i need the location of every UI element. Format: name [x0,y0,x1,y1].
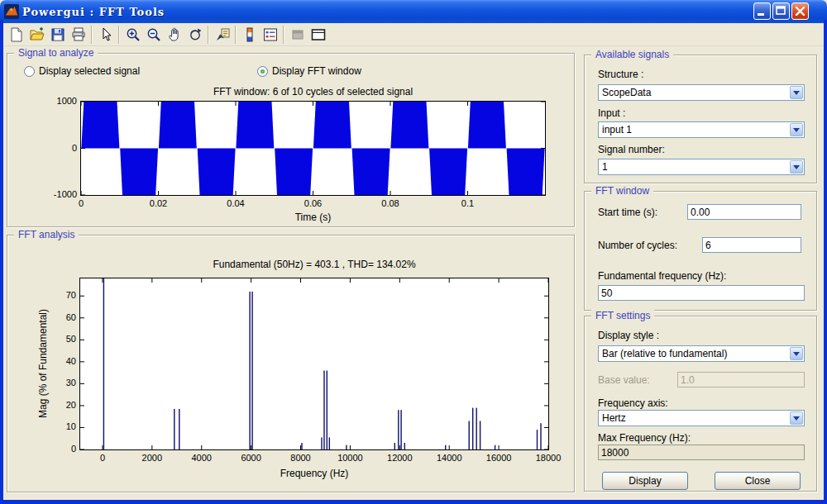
datatip-icon[interactable] [212,25,232,45]
y-tick-label: 50 [66,334,76,344]
x-tick-label: 0 [60,198,102,208]
chevron-down-icon[interactable] [790,160,803,174]
chevron-down-icon[interactable] [790,123,803,136]
x-tick-label: 0.06 [293,198,334,208]
toolbar-separator [91,26,93,44]
pan-icon[interactable] [164,25,184,45]
signal-to-analyze-group-title: Signal to analyze [14,47,98,59]
signal-plot-title: FFT window: 6 of 10 cycles of selected s… [80,86,546,97]
base-value-label: Base value: [598,374,650,386]
fft-window-group: FFT window Start time (s): Number of cyc… [584,191,817,311]
minimize-icon [754,3,770,19]
y-tick-label: 20 [66,400,76,410]
fft-plot-title: Fundamental (50Hz) = 403.1 , THD= 134.02… [79,259,549,270]
toolbar-separator [118,26,120,44]
display-style-dropdown-value: Bar (relative to fundamental) [602,348,727,359]
number-of-cycles-input[interactable] [702,237,801,253]
toolbar-separator [235,26,237,44]
signal-number-dropdown[interactable]: 1 [598,159,805,175]
y-tick-label: 0 [71,444,76,454]
x-tick-label: 8000 [280,453,322,463]
structure-dropdown[interactable]: ScopeData [598,84,805,101]
x-tick-label: 6000 [231,453,272,463]
radio-label: Display selected signal [39,65,140,77]
toolbar-separator [283,26,284,44]
x-tick-label: 0.02 [138,198,179,208]
x-tick-label: 0 [82,453,123,463]
fft-window-group-title: FFT window [591,185,653,197]
new-icon[interactable] [6,25,26,45]
fft-plot-axes[interactable]: 0200040006000800010000120001400016000180… [79,278,549,450]
window-controls [753,2,809,20]
title-bar[interactable]: Powergui : FFT Tools [0,0,827,23]
y-tick-label: 1000 [57,96,77,106]
rotate-3d-icon[interactable] [184,25,205,45]
close-action-button[interactable]: Close [715,472,801,490]
start-time-input[interactable] [687,204,801,220]
legend-icon[interactable] [260,25,280,45]
minimize-button[interactable] [753,2,771,20]
fundamental-frequency-input[interactable] [598,285,805,301]
fft-settings-group: FFT settings Display style : Bar (relati… [584,316,817,492]
x-tick-label: 0.08 [370,198,411,208]
toolbar-separator [208,26,209,44]
radio-display-fft-window[interactable]: Display FFT window [257,65,361,77]
print-icon[interactable] [68,25,88,45]
input-dropdown[interactable]: input 1 [598,121,805,138]
radio-label: Display FFT window [272,65,361,77]
colorbar-icon[interactable] [239,25,260,45]
fundamental-frequency-label: Fundamental frequency (Hz): [598,270,726,282]
display-style-dropdown[interactable]: Bar (relative to fundamental) [598,345,805,362]
close-icon [792,3,808,19]
x-tick-label: 18000 [528,453,569,463]
brush-icon[interactable] [287,25,308,45]
start-time-label: Start time (s): [598,207,657,218]
x-tick-label: 10000 [329,453,370,463]
y-tick-label: 40 [66,356,76,366]
x-tick-label: 12000 [379,453,420,463]
y-tick-label: -1000 [54,189,77,199]
base-value-input [677,372,805,388]
toolbar [3,23,824,46]
fft-plot-xlabel: Frequency (Hz) [79,468,549,479]
number-of-cycles-label: Number of cycles: [598,240,677,251]
close-button[interactable] [791,2,809,20]
frequency-axis-dropdown-value: Hertz [602,412,626,424]
x-tick-label: 2000 [131,453,173,463]
available-signals-group: Available signals Structure : ScopeData … [584,55,817,183]
window-border-bottom [0,500,827,504]
fft-analysis-group-title: FFT analysis [14,229,79,240]
display-button[interactable]: Display [602,472,688,490]
input-dropdown-value: input 1 [602,124,632,136]
plot-tools-icon[interactable] [308,25,328,45]
y-tick-label: 10 [66,421,76,431]
fft-settings-group-title: FFT settings [591,310,654,321]
frequency-axis-dropdown[interactable]: Hertz [598,410,805,426]
max-frequency-input[interactable] [598,445,805,460]
signal-plot-xlabel: Time (s) [80,212,546,223]
window-title: Powergui : FFT Tools [22,6,165,18]
available-signals-group-title: Available signals [591,49,673,60]
chevron-down-icon[interactable] [790,411,803,425]
x-tick-label: 0.04 [215,198,256,208]
chevron-down-icon[interactable] [790,86,803,99]
radio-circle-icon [257,66,268,77]
window-border-right [824,20,827,504]
open-icon[interactable] [26,25,47,45]
fft-plot-ylabel: Mag (% of Fundamental) [37,309,49,418]
save-icon[interactable] [47,25,68,45]
y-tick-label: 60 [66,312,76,322]
structure-label: Structure : [598,69,643,80]
x-tick-label: 0.1 [447,198,489,208]
x-tick-label: 4000 [181,453,222,463]
zoom-out-icon[interactable] [143,25,164,45]
maximize-button[interactable] [772,2,790,20]
y-tick-label: 70 [66,290,76,300]
signal-plot-axes[interactable]: 00.020.040.060.080.1-100001000 [80,101,546,196]
radio-display-selected-signal[interactable]: Display selected signal [24,65,140,77]
chevron-down-icon[interactable] [790,347,803,360]
zoom-in-icon[interactable] [122,25,143,45]
input-label: Input : [598,107,625,119]
signal-number-label: Signal number: [598,144,665,155]
pointer-icon[interactable] [95,25,116,45]
